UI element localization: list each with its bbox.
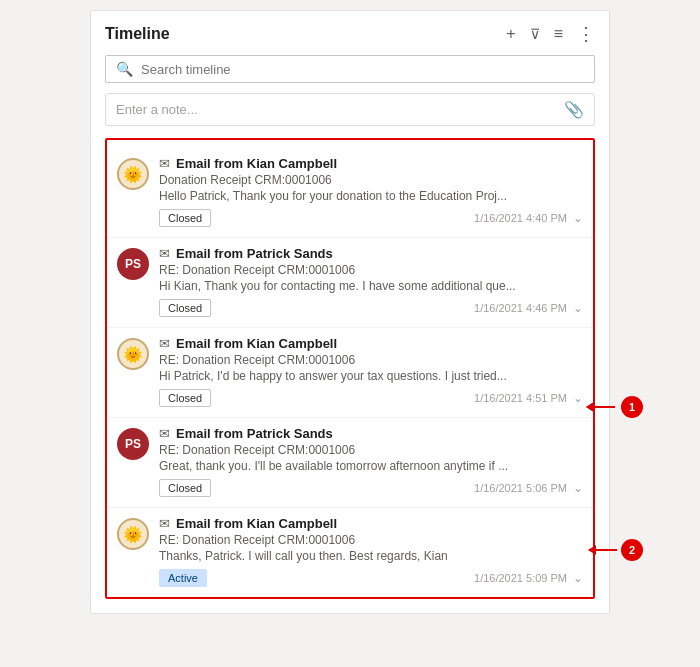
item-preview: Hello Patrick, Thank you for your donati… bbox=[159, 189, 529, 203]
annotation-2: 2 bbox=[621, 539, 643, 561]
item-date: 1/16/2021 5:09 PM bbox=[474, 572, 567, 584]
search-icon: 🔍 bbox=[116, 61, 133, 77]
chevron-down-icon[interactable]: ⌄ bbox=[573, 571, 583, 585]
status-badge[interactable]: Closed bbox=[159, 209, 211, 227]
timeline-item[interactable]: 🌞✉ Email from Kian CampbellRE: Donation … bbox=[107, 328, 593, 418]
item-meta: 1/16/2021 4:46 PM ⌄ bbox=[474, 301, 583, 315]
avatar: PS bbox=[117, 248, 149, 280]
more-icon[interactable]: ⋮ bbox=[577, 23, 595, 45]
timeline-panel: Timeline + ⊽ ≡ ⋮ 🔍 Enter a note... 📎 1 bbox=[90, 10, 610, 614]
avatar: 🌞 bbox=[117, 518, 149, 550]
item-subtitle: RE: Donation Receipt CRM:0001006 bbox=[159, 263, 583, 277]
item-body: ✉ Email from Patrick SandsRE: Donation R… bbox=[159, 246, 583, 317]
item-body: ✉ Email from Kian CampbellRE: Donation R… bbox=[159, 516, 583, 587]
annotation-1: 1 bbox=[621, 396, 643, 418]
avatar: PS bbox=[117, 428, 149, 460]
timeline-item[interactable]: 🌞✉ Email from Kian CampbellRE: Donation … bbox=[107, 508, 593, 597]
item-date: 1/16/2021 4:40 PM bbox=[474, 212, 567, 224]
item-footer: Closed1/16/2021 4:40 PM ⌄ bbox=[159, 209, 583, 227]
panel-title: Timeline bbox=[105, 25, 170, 43]
item-title: Email from Kian Campbell bbox=[176, 516, 337, 531]
timeline-wrapper: 1 2 🌞✉ Email from Kian CampbellDonation … bbox=[105, 138, 595, 599]
item-preview: Hi Patrick, I'd be happy to answer your … bbox=[159, 369, 529, 383]
item-meta: 1/16/2021 5:06 PM ⌄ bbox=[474, 481, 583, 495]
item-body: ✉ Email from Kian CampbellDonation Recei… bbox=[159, 156, 583, 227]
timeline-list: 🌞✉ Email from Kian CampbellDonation Rece… bbox=[107, 148, 593, 597]
sort-icon[interactable]: ≡ bbox=[554, 25, 563, 43]
chevron-down-icon[interactable]: ⌄ bbox=[573, 391, 583, 405]
item-date: 1/16/2021 4:51 PM bbox=[474, 392, 567, 404]
panel-header: Timeline + ⊽ ≡ ⋮ bbox=[105, 23, 595, 45]
status-badge[interactable]: Closed bbox=[159, 389, 211, 407]
item-meta: 1/16/2021 5:09 PM ⌄ bbox=[474, 571, 583, 585]
status-badge[interactable]: Active bbox=[159, 569, 207, 587]
item-subtitle: RE: Donation Receipt CRM:0001006 bbox=[159, 443, 583, 457]
status-badge[interactable]: Closed bbox=[159, 299, 211, 317]
item-body: ✉ Email from Patrick SandsRE: Donation R… bbox=[159, 426, 583, 497]
item-meta: 1/16/2021 4:51 PM ⌄ bbox=[474, 391, 583, 405]
item-footer: Active1/16/2021 5:09 PM ⌄ bbox=[159, 569, 583, 587]
search-bar: 🔍 bbox=[105, 55, 595, 83]
item-subtitle: RE: Donation Receipt CRM:0001006 bbox=[159, 353, 583, 367]
email-icon: ✉ bbox=[159, 426, 170, 441]
timeline-item[interactable]: PS✉ Email from Patrick SandsRE: Donation… bbox=[107, 238, 593, 328]
email-icon: ✉ bbox=[159, 336, 170, 351]
chevron-down-icon[interactable]: ⌄ bbox=[573, 481, 583, 495]
timeline-item[interactable]: PS✉ Email from Patrick SandsRE: Donation… bbox=[107, 418, 593, 508]
item-footer: Closed1/16/2021 4:46 PM ⌄ bbox=[159, 299, 583, 317]
email-icon: ✉ bbox=[159, 156, 170, 171]
search-input[interactable] bbox=[141, 62, 584, 77]
avatar: 🌞 bbox=[117, 158, 149, 190]
item-title: Email from Patrick Sands bbox=[176, 426, 333, 441]
item-date: 1/16/2021 4:46 PM bbox=[474, 302, 567, 314]
timeline-item[interactable]: 🌞✉ Email from Kian CampbellDonation Rece… bbox=[107, 148, 593, 238]
filter-icon[interactable]: ⊽ bbox=[530, 26, 540, 42]
chevron-down-icon[interactable]: ⌄ bbox=[573, 301, 583, 315]
item-title: Email from Patrick Sands bbox=[176, 246, 333, 261]
paperclip-icon[interactable]: 📎 bbox=[564, 100, 584, 119]
note-placeholder: Enter a note... bbox=[116, 102, 198, 117]
item-subtitle: Donation Receipt CRM:0001006 bbox=[159, 173, 583, 187]
email-icon: ✉ bbox=[159, 246, 170, 261]
item-preview: Great, thank you. I'll be available tomo… bbox=[159, 459, 529, 473]
item-title: Email from Kian Campbell bbox=[176, 336, 337, 351]
chevron-down-icon[interactable]: ⌄ bbox=[573, 211, 583, 225]
email-icon: ✉ bbox=[159, 516, 170, 531]
header-icons: + ⊽ ≡ ⋮ bbox=[506, 23, 595, 45]
item-preview: Thanks, Patrick. I will call you then. B… bbox=[159, 549, 529, 563]
item-subtitle: RE: Donation Receipt CRM:0001006 bbox=[159, 533, 583, 547]
item-title: Email from Kian Campbell bbox=[176, 156, 337, 171]
item-date: 1/16/2021 5:06 PM bbox=[474, 482, 567, 494]
item-footer: Closed1/16/2021 4:51 PM ⌄ bbox=[159, 389, 583, 407]
item-preview: Hi Kian, Thank you for contacting me. I … bbox=[159, 279, 529, 293]
avatar: 🌞 bbox=[117, 338, 149, 370]
item-footer: Closed1/16/2021 5:06 PM ⌄ bbox=[159, 479, 583, 497]
status-badge[interactable]: Closed bbox=[159, 479, 211, 497]
note-bar[interactable]: Enter a note... 📎 bbox=[105, 93, 595, 126]
item-meta: 1/16/2021 4:40 PM ⌄ bbox=[474, 211, 583, 225]
add-icon[interactable]: + bbox=[506, 25, 515, 43]
item-body: ✉ Email from Kian CampbellRE: Donation R… bbox=[159, 336, 583, 407]
